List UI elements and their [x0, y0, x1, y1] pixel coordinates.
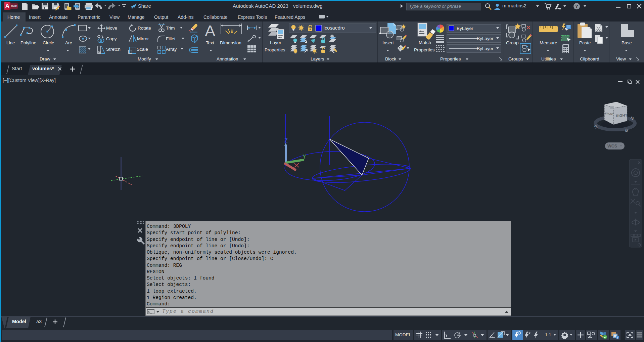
svg-text:WCS: WCS [607, 144, 617, 148]
svg-text:Y: Y [303, 154, 306, 160]
svg-text:FRONT: FRONT [605, 112, 614, 116]
svg-text:Z: Z [284, 138, 288, 143]
svg-text:RIGHT: RIGHT [616, 113, 628, 118]
